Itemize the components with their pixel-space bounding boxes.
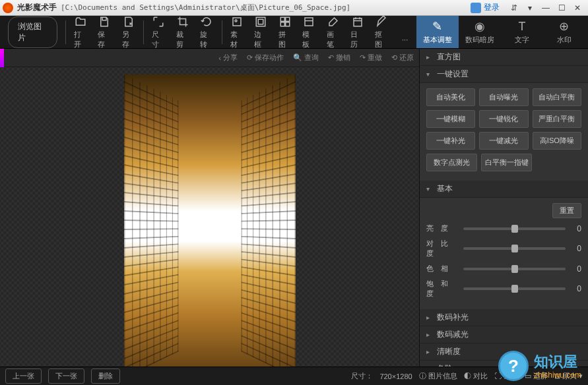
restore-button[interactable]: ⟲ 还原: [391, 53, 414, 63]
template-icon: [302, 15, 315, 28]
btn-oneclick-fill[interactable]: 一键补光: [426, 132, 475, 150]
section-basic[interactable]: ▾基本: [420, 181, 588, 198]
saveas-icon: [122, 15, 135, 28]
contrast-track[interactable]: [463, 247, 566, 250]
section-oneclick[interactable]: ▾一键设置: [420, 66, 588, 83]
undo-button[interactable]: ↶ 撤销: [328, 53, 350, 63]
reset-button[interactable]: 重置: [552, 203, 581, 218]
slider-brightness: 亮 度 0: [426, 223, 581, 233]
size-label: 尺寸：: [351, 371, 373, 381]
contrast-thumb[interactable]: [511, 245, 518, 252]
tool-saveas[interactable]: 另存: [117, 13, 141, 52]
compare-button[interactable]: ◐ 对比: [464, 371, 488, 381]
section-histogram[interactable]: ▸直方图: [420, 49, 588, 66]
btn-oneclick-sharpen[interactable]: 一键锐化: [479, 110, 528, 128]
oneclick-body: 自动美化 自动曝光 自动白平衡 一键模糊 一键锐化 严重白平衡 一键补光 一键减…: [420, 83, 588, 181]
chevron-down-icon: ▾: [426, 185, 433, 192]
basic-body: 重置 亮 度 0 对 比 度 0 色 相 0 饱 和 度 0: [420, 198, 588, 309]
saturation-track[interactable]: [463, 287, 566, 290]
share-button[interactable]: ‹ 分享: [218, 53, 238, 63]
tab-watermark[interactable]: ⊕水印: [543, 16, 585, 48]
tool-more[interactable]: ···: [393, 18, 416, 46]
section-reduce-light[interactable]: ▸数码减光: [420, 326, 588, 343]
tab-basic[interactable]: ✎基本调整: [416, 16, 459, 48]
tool-save[interactable]: 保存: [92, 13, 117, 52]
settings-button[interactable]: ▾: [523, 2, 537, 14]
tool-dropper[interactable]: 抠图: [370, 13, 394, 52]
tool-collage[interactable]: 拼图: [273, 13, 298, 52]
info-button[interactable]: ⓘ 图片信息: [419, 371, 457, 381]
photo-preview: [124, 74, 296, 378]
svg-rect-5: [286, 17, 290, 21]
watermark-title: 知识屋: [534, 352, 581, 372]
btn-wb-keypoint[interactable]: 白平衡一指键: [481, 154, 532, 171]
svg-rect-4: [280, 17, 284, 21]
btn-auto-beautify[interactable]: 自动美化: [426, 88, 475, 106]
watermark-icon: ⊕: [559, 19, 569, 34]
watermark-url: zhishiwu.com: [534, 370, 581, 380]
hue-track[interactable]: [463, 268, 566, 270]
tab-text[interactable]: T文字: [501, 16, 543, 48]
save-action-button[interactable]: ⟳ 保存动作: [247, 53, 284, 63]
btn-auto-wb[interactable]: 自动白平衡: [533, 88, 581, 106]
svg-rect-10: [354, 18, 362, 26]
svg-rect-2: [257, 17, 266, 26]
btn-oneclick-reduce[interactable]: 一键减光: [479, 132, 528, 150]
camera-icon: ◉: [474, 19, 485, 34]
tool-border[interactable]: 边框: [249, 13, 273, 52]
svg-rect-8: [305, 18, 313, 26]
tool-crop[interactable]: 裁剪: [171, 13, 195, 52]
slider-hue: 色 相 0: [426, 264, 581, 274]
minimize-button[interactable]: —: [539, 2, 553, 14]
canvas[interactable]: [0, 67, 419, 385]
slider-saturation: 饱 和 度 0: [426, 279, 581, 299]
material-icon: [230, 15, 244, 28]
canvas-toolbar: ‹ 分享 ⟳ 保存动作 🔍 查询 ↶ 撤销 ↷ 重做 ⟲ 还原: [0, 49, 419, 67]
btn-severe-wb[interactable]: 严重白平衡: [533, 110, 581, 128]
canvas-area: ‹ 分享 ⟳ 保存动作 🔍 查询 ↶ 撤销 ↷ 重做 ⟲ 还原: [0, 49, 419, 385]
chevron-right-icon: ▸: [426, 314, 433, 321]
tool-material[interactable]: 素材: [225, 13, 249, 52]
search-button[interactable]: 🔍 查询: [293, 53, 319, 63]
btn-high-iso[interactable]: 高ISO降噪: [533, 132, 581, 150]
app-icon: [3, 3, 13, 13]
maximize-button[interactable]: ☐: [554, 2, 569, 14]
crop-icon: [176, 15, 189, 28]
btn-spot-meter[interactable]: 数字点测光: [426, 154, 477, 171]
tool-template[interactable]: 模板: [297, 13, 321, 52]
tool-rotate[interactable]: 旋转: [195, 13, 219, 52]
adjust-icon: ✎: [432, 19, 442, 34]
login-link[interactable]: 登录: [484, 2, 500, 13]
pin-button[interactable]: ⇵: [507, 2, 521, 14]
main-toolbar: 浏览图片 打开 保存 另存 尺寸 裁剪 旋转 素材 边框 拼图 模板 画笔 日历…: [0, 16, 588, 49]
prev-button[interactable]: 上一张: [5, 369, 42, 384]
browse-button[interactable]: 浏览图片: [8, 16, 57, 48]
tool-open[interactable]: 打开: [69, 13, 93, 52]
redo-button[interactable]: ↷ 重做: [360, 53, 382, 63]
saturation-thumb[interactable]: [511, 285, 518, 293]
next-button[interactable]: 下一张: [48, 369, 84, 384]
chevron-down-icon: ▾: [426, 71, 433, 78]
btn-auto-exposure[interactable]: 自动曝光: [479, 88, 528, 106]
section-fill-light[interactable]: ▸数码补光: [420, 309, 588, 326]
tool-size[interactable]: 尺寸: [147, 13, 171, 52]
tool-calendar[interactable]: 日历: [345, 13, 370, 52]
app-title: 光影魔术手: [17, 2, 57, 13]
hue-thumb[interactable]: [511, 265, 518, 273]
svg-rect-6: [280, 22, 284, 26]
text-icon: T: [518, 20, 525, 34]
question-icon: ?: [498, 351, 529, 381]
brightness-track[interactable]: [463, 227, 566, 230]
mode-tabs: ✎基本调整 ◉数码暗房 T文字 ⊕水印: [416, 16, 585, 48]
close-button[interactable]: ✕: [570, 2, 585, 14]
collage-icon: [278, 15, 292, 28]
btn-oneclick-blur[interactable]: 一键模糊: [426, 110, 475, 128]
brightness-thumb[interactable]: [511, 225, 518, 233]
tool-brush[interactable]: 画笔: [321, 13, 346, 52]
svg-point-1: [235, 20, 237, 22]
calendar-icon: [351, 15, 364, 28]
delete-button[interactable]: 删除: [91, 369, 120, 384]
chevron-right-icon: ▸: [426, 348, 433, 355]
chevron-right-icon: ▸: [426, 53, 433, 61]
tab-darkroom[interactable]: ◉数码暗房: [459, 16, 501, 48]
